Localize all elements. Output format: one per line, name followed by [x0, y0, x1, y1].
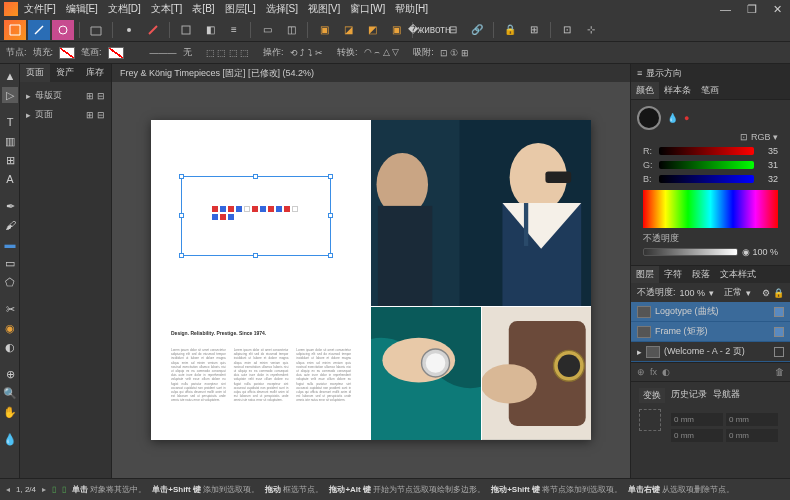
tab-swatches[interactable]: 样本条 [659, 82, 696, 99]
menu-file[interactable]: 文件[F] [24, 2, 56, 16]
color-picker-tool[interactable]: 💧 [2, 431, 18, 447]
convert-icons[interactable]: ◠ ⌢ △ ▽ [364, 47, 400, 58]
arrange-front-icon[interactable]: ▣ [385, 20, 407, 40]
layer-welcome-page[interactable]: ▸ (Welcome - A - 2 页) [631, 342, 790, 362]
menu-edit[interactable]: 编辑[E] [66, 2, 98, 16]
visibility-checkbox[interactable] [774, 347, 784, 357]
color-well[interactable] [637, 106, 661, 130]
frame-text-tool[interactable]: ▥ [2, 133, 18, 149]
node-tool-icon[interactable] [118, 20, 140, 40]
menu-text[interactable]: 文本[T] [151, 2, 183, 16]
arrange-forward-icon[interactable]: ◩ [361, 20, 383, 40]
lock-icon[interactable]: 🔒 [499, 20, 521, 40]
h-field[interactable]: 0 mm [726, 429, 778, 442]
brush-tool[interactable]: 🖌 [2, 217, 18, 233]
move-tool[interactable]: ▲ [2, 68, 18, 84]
next-page-button[interactable]: ▸ [42, 485, 46, 494]
tab-pages[interactable]: 页面 [20, 64, 50, 82]
master-pages-item[interactable]: ▸ 母版页⊞ ⊟ [24, 86, 107, 105]
persona-publisher[interactable] [4, 20, 26, 40]
tab-stroke[interactable]: 笔画 [696, 82, 724, 99]
fill-swatch[interactable] [59, 47, 75, 59]
minimize-button[interactable]: — [716, 3, 735, 16]
y-field[interactable]: 0 mm [671, 429, 723, 442]
transparency-tool[interactable]: ◐ [2, 339, 18, 355]
w-field[interactable]: 0 mm [726, 413, 778, 426]
tab-stock[interactable]: 库存 [80, 64, 110, 82]
menu-select[interactable]: 选择[S] [266, 2, 298, 16]
tab-assets[interactable]: 资产 [50, 64, 80, 82]
table-tool[interactable]: ⊞ [2, 152, 18, 168]
pages-item[interactable]: ▸ 页面⊞ ⊟ [24, 105, 107, 124]
fx-icon[interactable]: fx [650, 367, 657, 377]
persona-photo[interactable] [52, 20, 74, 40]
tab-character[interactable]: 字符 [659, 266, 687, 283]
action-icons[interactable]: ⟲ ⤴ ⤵ ✂ [290, 48, 324, 58]
fields-icon[interactable]: ◧ [199, 20, 221, 40]
open-icon[interactable] [85, 20, 107, 40]
prev-page-button[interactable]: ◂ [6, 485, 10, 494]
tab-layers[interactable]: 图层 [631, 266, 659, 283]
add-layer-icon[interactable]: ⊕ [637, 367, 645, 377]
menu-help[interactable]: 帮助[H] [395, 2, 428, 16]
r-slider[interactable] [659, 147, 754, 155]
picture-frame-tool[interactable]: ▭ [2, 255, 18, 271]
tab-navigator[interactable]: 导航器 [713, 388, 740, 403]
guides-icon[interactable]: ⊹ [580, 20, 602, 40]
canvas-viewport[interactable]: Design. Reliability. Prestige. Since 197… [112, 82, 630, 478]
color-mode-select[interactable]: ⊡ RGB ▾ [637, 130, 784, 144]
layer-options-icon[interactable]: ⚙ 🔒 [762, 288, 784, 298]
preview-icon[interactable]: ▭ [256, 20, 278, 40]
anchor-selector[interactable] [639, 409, 661, 431]
b-slider[interactable] [659, 175, 754, 183]
place-tool[interactable]: ⊕ [2, 366, 18, 382]
opacity-slider[interactable] [643, 248, 738, 256]
stroke-style[interactable]: ——— [150, 48, 177, 58]
stroke-swatch[interactable] [108, 47, 124, 59]
tab-paragraph[interactable]: 段落 [687, 266, 715, 283]
persona-designer[interactable] [28, 20, 50, 40]
pen-tool[interactable]: ✒ [2, 198, 18, 214]
tab-history[interactable]: 历史记录 [671, 388, 707, 403]
arrange-back-icon[interactable]: ▣ [313, 20, 335, 40]
tab-transform[interactable]: 变换 [639, 388, 665, 403]
visibility-checkbox[interactable] [774, 307, 784, 317]
snap-icons[interactable]: ⊡ ① ⊞ [440, 48, 469, 58]
blend-mode-select[interactable]: 正常 [724, 286, 742, 299]
align-center-icon[interactable]: ⊟ [442, 20, 464, 40]
x-field[interactable]: 0 mm [671, 413, 723, 426]
g-slider[interactable] [659, 161, 754, 169]
node-tool[interactable]: ▷ [2, 87, 18, 103]
preflight-icon[interactable] [175, 20, 197, 40]
maximize-button[interactable]: ❐ [743, 3, 761, 16]
blend-opacity-value[interactable]: 100 % [680, 288, 706, 298]
fill-tool[interactable]: ◉ [2, 320, 18, 336]
clip-icon[interactable]: ◫ [280, 20, 302, 40]
menu-view[interactable]: 视图[V] [308, 2, 340, 16]
crop-tool[interactable]: ✂ [2, 301, 18, 317]
delete-layer-icon[interactable]: 🗑 [775, 367, 784, 377]
layer-logotype[interactable]: Logotype (曲线) [631, 302, 790, 322]
paint-icon[interactable] [142, 20, 164, 40]
eyedropper-icon[interactable]: 💧 [667, 113, 678, 123]
hand-tool[interactable]: ✋ [2, 404, 18, 420]
arrange-backward-icon[interactable]: ◪ [337, 20, 359, 40]
rectangle-tool[interactable]: ▬ [2, 236, 18, 252]
close-button[interactable]: ✕ [769, 3, 786, 16]
tab-text-styles[interactable]: 文本样式 [715, 266, 761, 283]
text-tool[interactable]: T [2, 114, 18, 130]
menu-layer[interactable]: 图层[L] [225, 2, 256, 16]
document-tab[interactable]: Frey & König Timepieces [固定] [已修改] (54.2… [112, 64, 630, 82]
link-icon[interactable]: 🔗 [466, 20, 488, 40]
layer-frame[interactable]: Frame (矩形) [631, 322, 790, 342]
insert-icon[interactable]: ⊞ [523, 20, 545, 40]
menu-document[interactable]: 文档[D] [108, 2, 141, 16]
visibility-checkbox[interactable] [774, 327, 784, 337]
menu-window[interactable]: 窗口[W] [350, 2, 385, 16]
align-left-icon[interactable]: �животн [418, 20, 440, 40]
shape-tool[interactable]: ⬠ [2, 274, 18, 290]
hue-picker[interactable] [643, 190, 778, 228]
mask-icon[interactable]: ◐ [662, 367, 670, 377]
tab-color[interactable]: 颜色 [631, 82, 659, 99]
snap-toggle-icon[interactable]: ⊡ [556, 20, 578, 40]
